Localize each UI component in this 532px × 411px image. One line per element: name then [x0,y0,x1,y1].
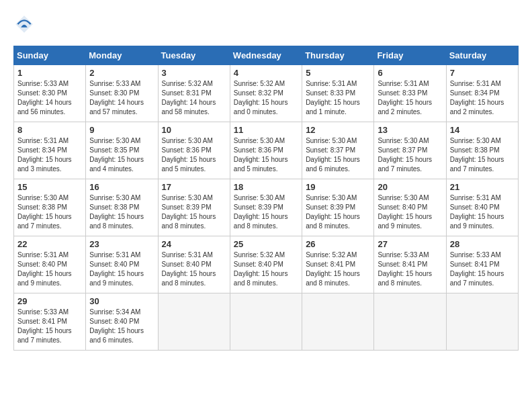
calendar-cell: 26Sunrise: 5:32 AMSunset: 8:41 PMDayligh… [302,236,374,293]
day-number: 17 [162,182,226,192]
day-number: 18 [234,182,298,192]
calendar-cell: 18Sunrise: 5:30 AMSunset: 8:39 PMDayligh… [230,179,302,236]
calendar-cell: 13Sunrise: 5:30 AMSunset: 8:37 PMDayligh… [374,122,446,179]
day-header-tuesday: Tuesday [158,46,230,65]
day-info: Sunrise: 5:33 AMSunset: 8:41 PMDaylight:… [378,250,442,288]
day-number: 21 [450,182,515,192]
day-info: Sunrise: 5:30 AMSunset: 8:38 PMDaylight:… [17,193,82,231]
day-header-friday: Friday [374,46,446,65]
calendar-cell: 21Sunrise: 5:31 AMSunset: 8:40 PMDayligh… [446,179,518,236]
day-number: 11 [234,125,298,135]
calendar-cell: 19Sunrise: 5:30 AMSunset: 8:39 PMDayligh… [302,179,374,236]
day-number: 30 [89,296,154,306]
day-info: Sunrise: 5:32 AMSunset: 8:31 PMDaylight:… [162,79,226,117]
day-info: Sunrise: 5:31 AMSunset: 8:33 PMDaylight:… [306,79,370,117]
calendar-cell: 1Sunrise: 5:33 AMSunset: 8:30 PMDaylight… [14,65,86,122]
calendar-cell: 17Sunrise: 5:30 AMSunset: 8:39 PMDayligh… [158,179,230,236]
day-number: 25 [234,239,298,249]
calendar-cell: 2Sunrise: 5:33 AMSunset: 8:30 PMDaylight… [86,65,158,122]
calendar-table: SundayMondayTuesdayWednesdayThursdayFrid… [13,46,519,351]
day-number: 14 [450,125,515,135]
day-number: 26 [306,239,370,249]
day-number: 2 [89,68,154,78]
day-info: Sunrise: 5:31 AMSunset: 8:40 PMDaylight:… [450,193,515,231]
calendar-header-row: SundayMondayTuesdayWednesdayThursdayFrid… [14,46,519,65]
day-number: 23 [89,239,154,249]
day-info: Sunrise: 5:30 AMSunset: 8:36 PMDaylight:… [234,136,298,174]
day-info: Sunrise: 5:31 AMSunset: 8:40 PMDaylight:… [162,250,226,288]
day-info: Sunrise: 5:30 AMSunset: 8:37 PMDaylight:… [378,136,442,174]
day-info: Sunrise: 5:31 AMSunset: 8:33 PMDaylight:… [378,79,442,117]
day-info: Sunrise: 5:33 AMSunset: 8:41 PMDaylight:… [17,308,82,345]
day-info: Sunrise: 5:30 AMSunset: 8:38 PMDaylight:… [89,193,154,231]
calendar-cell [446,293,518,351]
day-number: 3 [162,68,226,78]
calendar-cell: 10Sunrise: 5:30 AMSunset: 8:36 PMDayligh… [158,122,230,179]
calendar-cell: 4Sunrise: 5:32 AMSunset: 8:32 PMDaylight… [230,65,302,122]
day-number: 16 [89,182,154,192]
day-header-saturday: Saturday [446,46,518,65]
day-number: 9 [89,125,154,135]
calendar-cell: 3Sunrise: 5:32 AMSunset: 8:31 PMDaylight… [158,65,230,122]
calendar-week-1: 1Sunrise: 5:33 AMSunset: 8:30 PMDaylight… [14,65,519,122]
day-header-thursday: Thursday [302,46,374,65]
calendar-cell: 24Sunrise: 5:31 AMSunset: 8:40 PMDayligh… [158,236,230,293]
calendar-week-3: 15Sunrise: 5:30 AMSunset: 8:38 PMDayligh… [14,179,519,236]
calendar-cell [374,293,446,351]
calendar-cell: 27Sunrise: 5:33 AMSunset: 8:41 PMDayligh… [374,236,446,293]
day-number: 24 [162,239,226,249]
calendar-cell: 5Sunrise: 5:31 AMSunset: 8:33 PMDaylight… [302,65,374,122]
logo-icon [13,13,35,35]
day-info: Sunrise: 5:33 AMSunset: 8:30 PMDaylight:… [89,79,154,117]
day-number: 29 [17,296,82,306]
day-info: Sunrise: 5:30 AMSunset: 8:36 PMDaylight:… [162,136,226,174]
day-info: Sunrise: 5:30 AMSunset: 8:39 PMDaylight:… [234,193,298,231]
day-info: Sunrise: 5:32 AMSunset: 8:32 PMDaylight:… [234,79,298,117]
day-info: Sunrise: 5:31 AMSunset: 8:34 PMDaylight:… [17,136,82,174]
calendar-cell: 9Sunrise: 5:30 AMSunset: 8:35 PMDaylight… [86,122,158,179]
day-info: Sunrise: 5:30 AMSunset: 8:37 PMDaylight:… [306,136,370,174]
calendar-cell: 25Sunrise: 5:32 AMSunset: 8:40 PMDayligh… [230,236,302,293]
calendar-cell: 30Sunrise: 5:34 AMSunset: 8:40 PMDayligh… [86,293,158,351]
header [13,13,519,35]
day-number: 6 [378,68,442,78]
calendar-cell: 7Sunrise: 5:31 AMSunset: 8:34 PMDaylight… [446,65,518,122]
day-number: 5 [306,68,370,78]
day-header-sunday: Sunday [14,46,86,65]
calendar-cell: 23Sunrise: 5:31 AMSunset: 8:40 PMDayligh… [86,236,158,293]
day-info: Sunrise: 5:30 AMSunset: 8:40 PMDaylight:… [378,193,442,231]
day-number: 20 [378,182,442,192]
calendar-cell: 12Sunrise: 5:30 AMSunset: 8:37 PMDayligh… [302,122,374,179]
calendar-cell: 20Sunrise: 5:30 AMSunset: 8:40 PMDayligh… [374,179,446,236]
calendar-week-2: 8Sunrise: 5:31 AMSunset: 8:34 PMDaylight… [14,122,519,179]
day-number: 1 [17,68,82,78]
calendar-cell: 6Sunrise: 5:31 AMSunset: 8:33 PMDaylight… [374,65,446,122]
day-number: 15 [17,182,82,192]
day-number: 7 [450,68,515,78]
day-number: 28 [450,239,515,249]
calendar-cell [230,293,302,351]
day-info: Sunrise: 5:30 AMSunset: 8:39 PMDaylight:… [162,193,226,231]
calendar-week-4: 22Sunrise: 5:31 AMSunset: 8:40 PMDayligh… [14,236,519,293]
day-number: 22 [17,239,82,249]
day-info: Sunrise: 5:31 AMSunset: 8:34 PMDaylight:… [450,79,515,117]
day-info: Sunrise: 5:32 AMSunset: 8:40 PMDaylight:… [234,250,298,288]
calendar-cell: 16Sunrise: 5:30 AMSunset: 8:38 PMDayligh… [86,179,158,236]
calendar-week-5: 29Sunrise: 5:33 AMSunset: 8:41 PMDayligh… [14,293,519,351]
calendar-cell: 22Sunrise: 5:31 AMSunset: 8:40 PMDayligh… [14,236,86,293]
day-info: Sunrise: 5:30 AMSunset: 8:39 PMDaylight:… [306,193,370,231]
day-info: Sunrise: 5:32 AMSunset: 8:41 PMDaylight:… [306,250,370,288]
day-number: 12 [306,125,370,135]
day-number: 13 [378,125,442,135]
day-number: 27 [378,239,442,249]
day-number: 8 [17,125,82,135]
day-number: 4 [234,68,298,78]
day-info: Sunrise: 5:33 AMSunset: 8:30 PMDaylight:… [17,79,82,117]
day-info: Sunrise: 5:31 AMSunset: 8:40 PMDaylight:… [89,250,154,288]
day-info: Sunrise: 5:30 AMSunset: 8:38 PMDaylight:… [450,136,515,174]
day-number: 10 [162,125,226,135]
calendar-cell: 8Sunrise: 5:31 AMSunset: 8:34 PMDaylight… [14,122,86,179]
day-info: Sunrise: 5:33 AMSunset: 8:41 PMDaylight:… [450,250,515,288]
day-header-monday: Monday [86,46,158,65]
calendar-cell: 14Sunrise: 5:30 AMSunset: 8:38 PMDayligh… [446,122,518,179]
